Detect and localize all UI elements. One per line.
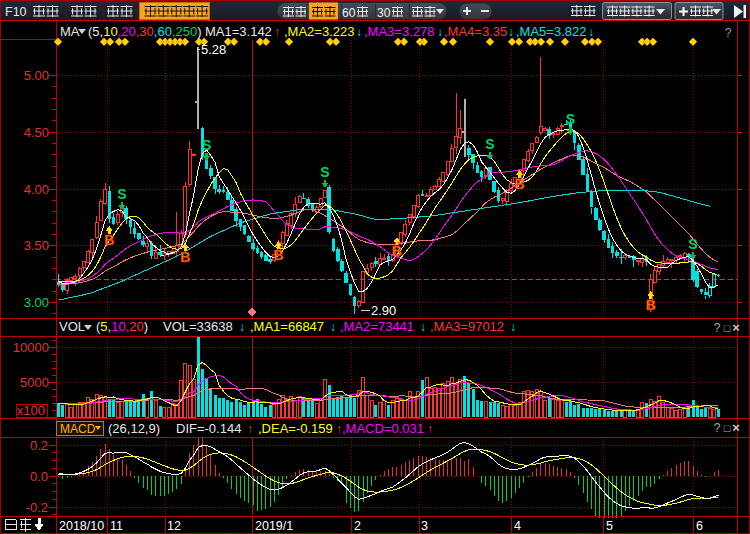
svg-text:4.00: 4.00 (24, 182, 49, 197)
svg-text:6: 6 (696, 519, 703, 533)
svg-text:,MA3=3.278: ,MA3=3.278 (364, 24, 434, 39)
svg-text:2019/1: 2019/1 (255, 519, 293, 533)
svg-text:S: S (117, 186, 126, 202)
svg-text:x100: x100 (17, 403, 45, 418)
svg-text:2018/10: 2018/10 (59, 519, 104, 533)
svg-text:3.50: 3.50 (24, 238, 49, 253)
svg-text:↓: ↓ (356, 25, 362, 39)
svg-text:5.00: 5.00 (24, 68, 49, 83)
svg-text:10000: 10000 (13, 340, 49, 355)
svg-text:↑: ↑ (247, 422, 253, 436)
svg-text:↓: ↓ (437, 25, 443, 39)
svg-text:F10: F10 (5, 5, 27, 19)
svg-text:S: S (202, 137, 211, 153)
svg-text:S: S (485, 136, 494, 152)
svg-text:5.28: 5.28 (201, 42, 226, 57)
svg-text:?: ? (714, 321, 721, 335)
svg-text:?: ? (725, 26, 732, 40)
svg-text:↓: ↓ (508, 25, 514, 39)
svg-text:60: 60 (342, 6, 356, 20)
svg-text:↓: ↓ (420, 320, 426, 334)
svg-text:5: 5 (606, 519, 613, 533)
svg-text:5000: 5000 (20, 375, 49, 390)
svg-text:VOL: VOL (59, 319, 85, 334)
svg-text:↓: ↓ (588, 25, 594, 39)
svg-text:(5,10,20): (5,10,20) (96, 319, 148, 334)
svg-text:,MACD=0.031: ,MACD=0.031 (342, 421, 424, 436)
svg-text:(26,12,9): (26,12,9) (108, 421, 160, 436)
svg-text:0.2: 0.2 (30, 438, 48, 453)
svg-text:,MA1=66847: ,MA1=66847 (250, 319, 324, 334)
svg-text:3.00: 3.00 (24, 295, 49, 310)
svg-text:↑: ↑ (427, 422, 433, 436)
svg-text:2: 2 (354, 519, 361, 533)
svg-text:S: S (688, 236, 697, 252)
svg-text:12: 12 (167, 519, 181, 533)
svg-text:↓: ↓ (239, 320, 245, 334)
svg-text:B: B (392, 243, 402, 259)
svg-text:(5,10,20,30,60,250): (5,10,20,30,60,250) (88, 24, 202, 39)
svg-text:B: B (646, 297, 656, 313)
svg-text:11: 11 (110, 519, 123, 533)
svg-text:S: S (320, 164, 329, 180)
svg-text:2.90: 2.90 (371, 303, 396, 318)
svg-text:DIF=-0.144: DIF=-0.144 (176, 421, 241, 436)
svg-text:↓: ↓ (330, 320, 336, 334)
svg-text:,MA5=3.822: ,MA5=3.822 (516, 24, 586, 39)
svg-text:B: B (515, 176, 525, 192)
svg-text:3: 3 (421, 519, 428, 533)
svg-text:,MA3=97012: ,MA3=97012 (430, 319, 504, 334)
svg-text:4.50: 4.50 (24, 125, 49, 140)
svg-text:□: □ (724, 422, 731, 434)
svg-text:□: □ (724, 322, 731, 334)
svg-text:B: B (104, 232, 114, 248)
svg-text:4: 4 (514, 519, 521, 533)
svg-text:×: × (732, 320, 740, 335)
svg-text:?: ? (714, 421, 721, 435)
svg-text:×: × (732, 420, 740, 435)
svg-text:MA: MA (60, 24, 80, 39)
svg-text:MA1=3.142: MA1=3.142 (205, 24, 272, 39)
svg-text:VOL=33638: VOL=33638 (163, 319, 233, 334)
svg-text:B: B (180, 249, 190, 265)
svg-text:,MA4=3.35: ,MA4=3.35 (444, 24, 507, 39)
svg-text:B: B (273, 247, 283, 263)
svg-text:,MA2=3.223: ,MA2=3.223 (284, 24, 354, 39)
svg-text:0.0: 0.0 (30, 469, 48, 484)
svg-text:MACD: MACD (60, 422, 96, 436)
svg-text:30: 30 (377, 6, 391, 20)
svg-text:↓: ↓ (510, 320, 516, 334)
svg-text:,MA2=73441: ,MA2=73441 (340, 319, 414, 334)
svg-text:↑: ↑ (274, 25, 280, 39)
svg-text:S: S (566, 111, 575, 127)
svg-text:,DEA=-0.159: ,DEA=-0.159 (258, 421, 333, 436)
svg-text:-0.2: -0.2 (26, 500, 48, 515)
